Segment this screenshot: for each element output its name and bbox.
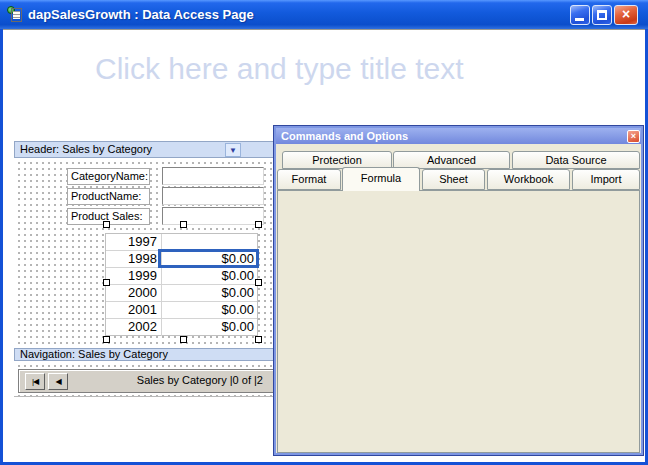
tab-workbook[interactable]: Workbook bbox=[487, 169, 570, 190]
chevron-down-icon[interactable]: ▼ bbox=[225, 143, 241, 157]
value-cell[interactable]: $0.00 bbox=[161, 319, 257, 336]
field-input-categoryname[interactable] bbox=[162, 167, 264, 185]
year-cell[interactable]: 1998 bbox=[106, 251, 161, 267]
previous-record-button[interactable]: ◀ bbox=[48, 373, 68, 390]
header-section-label: Header: Sales by Category bbox=[20, 143, 152, 155]
selection-handle[interactable] bbox=[255, 336, 262, 343]
commands-and-options-dialog: Commands and Options × Protection Advanc… bbox=[273, 125, 644, 456]
maximize-icon bbox=[597, 10, 607, 20]
value-cell-selected[interactable]: $0.00 bbox=[161, 251, 257, 267]
spreadsheet-control[interactable]: 1997 1998$0.00 1999$0.00 2000$0.00 2001$… bbox=[105, 233, 258, 336]
selection-handle[interactable] bbox=[103, 336, 110, 343]
sheet-row: 1997 bbox=[106, 234, 257, 251]
selection-handle[interactable] bbox=[103, 221, 110, 228]
page-title-placeholder[interactable]: Click here and type title text bbox=[95, 52, 464, 86]
field-label-productname[interactable]: ProductName: bbox=[67, 188, 150, 205]
tab-data-source[interactable]: Data Source bbox=[512, 151, 640, 169]
access-dap-window: dapSalesGrowth : Data Access Page × Clic… bbox=[0, 0, 648, 465]
value-cell[interactable] bbox=[161, 234, 257, 250]
dialog-title: Commands and Options bbox=[281, 130, 408, 142]
dialog-close-button[interactable]: × bbox=[627, 130, 640, 143]
selection-handle[interactable] bbox=[103, 279, 110, 286]
record-counter-text: Sales by Category |0 of |2 bbox=[120, 374, 263, 386]
tab-format[interactable]: Format bbox=[277, 169, 341, 190]
year-cell[interactable]: 2002 bbox=[106, 319, 161, 336]
design-surface: Click here and type title text Header: S… bbox=[3, 29, 645, 462]
minimize-button[interactable] bbox=[570, 5, 590, 25]
sheet-row: 2001$0.00 bbox=[106, 302, 257, 319]
window-title: dapSalesGrowth : Data Access Page bbox=[28, 0, 254, 29]
maximize-button[interactable] bbox=[592, 5, 612, 25]
close-button[interactable]: × bbox=[614, 5, 638, 25]
field-input-productsales[interactable] bbox=[162, 207, 264, 225]
selection-handle[interactable] bbox=[255, 279, 262, 286]
sheet-row: 2000$0.00 bbox=[106, 285, 257, 302]
sheet-row: 1999$0.00 bbox=[106, 268, 257, 285]
year-cell[interactable]: 1997 bbox=[106, 234, 161, 250]
page-icon bbox=[11, 8, 22, 22]
tab-formula[interactable]: Formula bbox=[342, 167, 420, 191]
navigation-section-label: Navigation: Sales by Category bbox=[20, 348, 168, 360]
sheet-row: 2002$0.00 bbox=[106, 319, 257, 336]
dialog-titlebar[interactable]: Commands and Options bbox=[276, 128, 641, 144]
formula-tab-panel bbox=[277, 190, 640, 453]
selection-handle[interactable] bbox=[180, 336, 187, 343]
tab-import[interactable]: Import bbox=[572, 169, 640, 190]
year-cell[interactable]: 2000 bbox=[106, 285, 161, 301]
sheet-row: 1998$0.00 bbox=[106, 251, 257, 268]
tab-sheet[interactable]: Sheet bbox=[422, 169, 485, 190]
field-input-productname[interactable] bbox=[162, 187, 264, 205]
window-titlebar: dapSalesGrowth : Data Access Page × bbox=[0, 0, 648, 29]
value-cell[interactable]: $0.00 bbox=[161, 268, 257, 284]
value-cell[interactable]: $0.00 bbox=[161, 302, 257, 318]
minimize-icon bbox=[575, 18, 584, 21]
data-access-page-icon bbox=[7, 6, 24, 23]
selection-handle[interactable] bbox=[255, 221, 262, 228]
year-cell[interactable]: 1999 bbox=[106, 268, 161, 284]
selection-handle[interactable] bbox=[180, 221, 187, 228]
year-cell[interactable]: 2001 bbox=[106, 302, 161, 318]
first-record-button[interactable]: |◀ bbox=[25, 373, 45, 390]
value-cell[interactable]: $0.00 bbox=[161, 285, 257, 301]
field-label-categoryname[interactable]: CategoryName: bbox=[67, 168, 150, 185]
